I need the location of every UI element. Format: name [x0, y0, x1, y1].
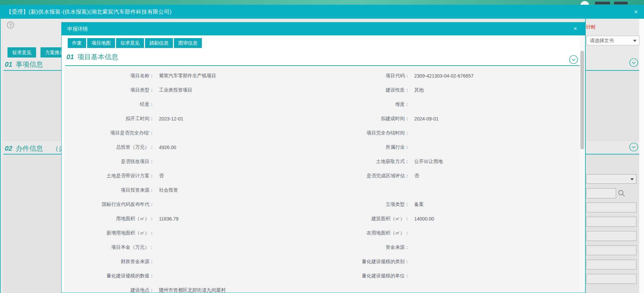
form-row: 项目类型：工业类投资项目建设性质：其他	[64, 83, 581, 97]
document-select[interactable]: 请选择文书	[586, 36, 640, 45]
field-label: 拟开工时间：	[64, 116, 156, 122]
form-row: 项目是否完全办结'：项目完全办结时间：	[64, 126, 581, 140]
field-label: 是否完成区域评估：	[341, 173, 411, 179]
help-icon[interactable]: ?	[7, 21, 14, 29]
side-input-4[interactable]	[586, 245, 637, 255]
field-label: 资金来源：	[341, 244, 411, 250]
field-label: 国标行业代码发布年代：	[64, 201, 156, 208]
section-title: 办件信息	[16, 145, 43, 152]
top-user-strip	[0, 0, 644, 5]
collapse-chevron-icon[interactable]	[629, 142, 639, 152]
modal-tab-图审信息[interactable]: 图审信息	[174, 38, 202, 48]
field-label: 是否技改项目：	[64, 159, 156, 165]
field-value: 随州市曾都区北郊街道九间屋村	[156, 287, 341, 293]
section-title: 项目基本信息	[77, 53, 118, 61]
field-label: 项目本金（万元）：	[64, 244, 156, 250]
field-label: 项目名称：	[64, 73, 156, 79]
modal-section-header: 01项目基本信息	[66, 52, 118, 62]
form-row: 项目投资来源：社会投资	[64, 183, 581, 197]
page-right-gutter	[639, 19, 644, 293]
side-search-input[interactable]	[586, 188, 616, 198]
field-label: 经度：	[64, 101, 156, 108]
modal-scrollbar[interactable]	[580, 36, 585, 292]
field-value: 公开出让用地	[411, 159, 581, 165]
chevron-down-icon	[630, 178, 634, 180]
side-input-3[interactable]	[586, 231, 637, 241]
section-number: 02	[5, 145, 12, 152]
field-label: 新增用地面积（㎡）：	[64, 230, 156, 236]
field-label: 项目是否完全办结'：	[64, 130, 156, 136]
field-value: 备案	[411, 201, 581, 208]
user-avatar	[580, 1, 589, 5]
field-value: 工业类投资项目	[156, 87, 341, 93]
field-label: 所属行业：	[341, 144, 411, 150]
field-label: 维度：	[341, 101, 411, 108]
field-label: 项目代码：	[341, 73, 411, 79]
field-label: 项目类型：	[64, 87, 156, 93]
field-label: 建筑面积（㎡）：	[341, 216, 411, 222]
solicit-opinion-button[interactable]: 征求意见	[7, 47, 36, 58]
field-label: 立项类型：	[341, 201, 411, 208]
field-value: 紫宸汽车零部件生产线项目	[156, 73, 341, 79]
side-input-5[interactable]	[586, 260, 637, 270]
field-value: 社会投资	[156, 187, 341, 193]
modal-tab-作废[interactable]: 作废	[68, 38, 86, 48]
field-label: 土地获取方式：	[341, 159, 411, 165]
field-label: 量化建设规模的类别：	[341, 259, 411, 265]
section-header-matter-info: 01事项信息	[5, 60, 43, 69]
side-input-6[interactable]	[586, 274, 637, 284]
field-value: 4926.00	[156, 145, 341, 150]
field-label: 农用地面积（㎡）：	[341, 230, 411, 236]
side-dropdown[interactable]	[586, 174, 637, 184]
field-value: 14000.00	[411, 216, 581, 222]
field-label: 财政资金来源：	[64, 259, 156, 265]
user-name-clipped	[595, 2, 610, 4]
field-label: 建设性质：	[341, 87, 411, 93]
timer-label: 计时	[586, 24, 596, 30]
window-title: 【受理】(新)供水报装-(供水报装)(湖北紫宸汽车部件科技有限公司)	[6, 5, 172, 19]
form-row: 总投资（万元）：4926.00所属行业：	[64, 140, 581, 154]
field-label: 土地是否带设计方案：	[64, 173, 156, 179]
modal-close-icon[interactable]: ×	[571, 25, 579, 32]
field-value: 11836.79	[156, 216, 341, 222]
page-left-border	[0, 19, 1, 293]
field-label: 量化建设规模的单位：	[341, 273, 411, 279]
form-row: 项目名称：紫宸汽车零部件生产线项目项目代码：2309-421303-04-02-…	[64, 69, 581, 83]
field-label: 建设地点：	[64, 287, 156, 293]
chevron-down-icon	[633, 40, 637, 42]
search-icon[interactable]	[617, 189, 626, 197]
form-row: 经度：维度：	[64, 97, 581, 112]
field-label: 量化建设规模的数值：	[64, 273, 156, 279]
form-row: 土地是否带设计方案：否是否完成区域评估：否	[64, 169, 581, 183]
collapse-chevron-icon[interactable]	[569, 55, 578, 64]
collapse-chevron-icon[interactable]	[629, 58, 639, 67]
field-value: 2309-421303-04-02-676657	[411, 73, 581, 79]
form-row: 是否技改项目：土地获取方式：公开出让用地	[64, 154, 581, 169]
modal-tab-项目地图[interactable]: 项目地图	[87, 38, 115, 48]
modal-toolbar: 作废项目地图征求意见踏勘信息图审信息	[68, 38, 202, 48]
form-row: 项目本金（万元）：资金来源：	[64, 240, 581, 255]
field-label: 总投资（万元）：	[64, 144, 156, 150]
section-number: 01	[5, 61, 12, 68]
field-label: 拟建成时间：	[341, 116, 411, 122]
modal-tab-踏勘信息[interactable]: 踏勘信息	[145, 38, 173, 48]
field-value: 否	[411, 173, 581, 179]
section-number: 01	[66, 53, 74, 61]
field-label: 用地面积（㎡）：	[64, 216, 156, 222]
user-greeting-clipped	[614, 2, 628, 4]
section-title: 事项信息	[16, 61, 43, 68]
form-row: 拟开工时间：2023-12-01拟建成时间：2024-09-01	[64, 112, 581, 126]
modal-tab-征求意见[interactable]: 征求意见	[116, 38, 144, 48]
form-row: 国标行业代码发布年代：立项类型：备案	[64, 197, 581, 212]
field-value: 其他	[411, 87, 581, 93]
window-close-icon[interactable]: ×	[632, 8, 640, 16]
section-header-case-info: 02办件信息（办	[5, 144, 65, 153]
modal-title: 申报详情	[67, 22, 88, 35]
side-input-2[interactable]	[586, 217, 637, 227]
scrollbar-thumb[interactable]	[580, 51, 584, 149]
side-input-1[interactable]	[586, 202, 637, 212]
form-row: 新增用地面积（㎡）：农用地面积（㎡）：	[64, 226, 581, 240]
field-label: 项目投资来源：	[64, 187, 156, 193]
field-value: 2024-09-01	[411, 116, 581, 121]
form-row: 用地面积（㎡）：11836.79建筑面积（㎡）：14000.00	[64, 212, 581, 226]
